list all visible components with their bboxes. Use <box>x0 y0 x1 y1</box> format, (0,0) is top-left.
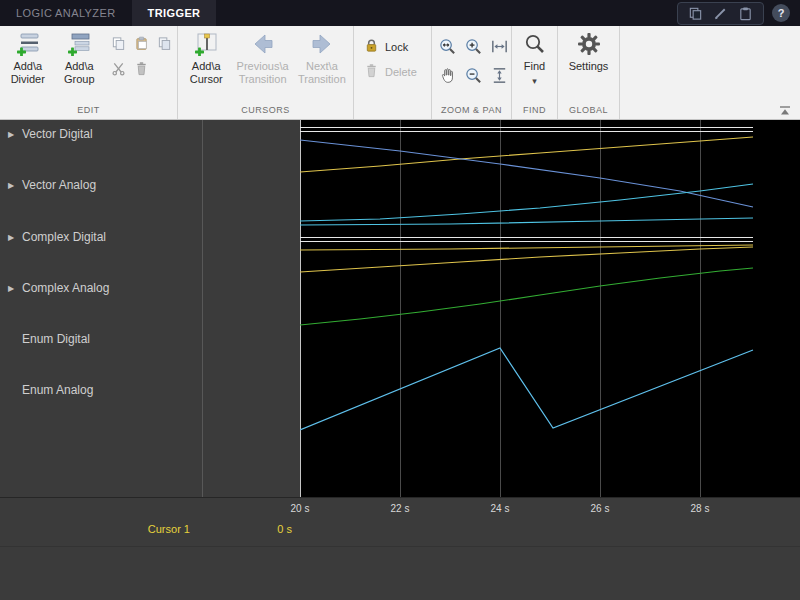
delete-button[interactable]: Delete <box>364 63 429 80</box>
cursor-table-divider <box>0 546 800 547</box>
button-label-line2: Transition <box>298 73 346 86</box>
fit-span-y-icon[interactable] <box>488 64 510 86</box>
channel-row-enum-digital[interactable]: Enum Digital <box>8 332 90 346</box>
trace-vector-analog-yellow <box>300 137 753 172</box>
time-axis-strip: 20 s 22 s 24 s 26 s 28 s Cursor 1 0 s <box>0 497 800 600</box>
expand-arrow-icon[interactable]: ▶ <box>8 233 17 242</box>
toolstrip-section-find: Find ▾ FIND <box>512 26 558 119</box>
add-cursor-icon <box>194 32 218 56</box>
section-label-global: GLOBAL <box>558 103 619 119</box>
expand-arrow-icon[interactable]: ▶ <box>8 284 17 293</box>
section-label-find: FIND <box>512 103 557 119</box>
channel-label: Enum Digital <box>22 332 90 346</box>
section-label-edit: EDIT <box>0 103 177 119</box>
button-label-line1: Add\a <box>13 60 42 73</box>
channel-row-complex-digital[interactable]: ▶Complex Digital <box>8 230 106 244</box>
trace-vector-analog-cyan <box>300 184 753 221</box>
add-group-button[interactable]: Add\a Group <box>54 26 106 86</box>
cursor-1-value[interactable]: 0 s <box>204 523 292 535</box>
collapse-toolstrip-icon[interactable] <box>778 103 792 115</box>
add-divider-button[interactable]: Add\a Divider <box>2 26 54 86</box>
toolstrip-section-cursors: Add\a Cursor Previous\a Transition Next\… <box>178 26 354 119</box>
find-button[interactable]: Find ▾ <box>514 26 555 88</box>
pencil-icon[interactable] <box>713 6 728 21</box>
time-tick: 26 s <box>591 503 610 514</box>
time-tick: 22 s <box>391 503 410 514</box>
tabbar-right: ? <box>677 0 800 26</box>
settings-label: Settings <box>569 60 609 73</box>
toolstrip-section-zoom-pan: ZOOM & PAN <box>432 26 512 119</box>
lock-label: Lock <box>385 41 408 53</box>
cursor-1-name[interactable]: Cursor 1 <box>0 523 190 535</box>
previous-transition-button[interactable]: Previous\a Transition <box>232 26 292 86</box>
button-label-line1: Previous\a <box>237 60 289 73</box>
channel-row-vector-digital[interactable]: ▶Vector Digital <box>8 127 93 141</box>
section-label-cursors: CURSORS <box>178 103 353 119</box>
settings-button[interactable]: Settings <box>560 26 617 73</box>
help-button[interactable]: ? <box>772 4 790 22</box>
channel-row-vector-analog[interactable]: ▶Vector Analog <box>8 178 96 192</box>
find-icon <box>523 32 547 56</box>
app-tab-bar: LOGIC ANALYZER TRIGGER ? <box>0 0 800 26</box>
toolstrip: Add\a Divider Add\a Group EDIT <box>0 26 800 120</box>
find-label: Find <box>524 60 545 73</box>
time-tick: 20 s <box>291 503 310 514</box>
delete-small-icon[interactable] <box>132 59 150 77</box>
waveform-plot[interactable] <box>300 120 800 497</box>
time-tick: 24 s <box>491 503 510 514</box>
section-label-zoom-pan: ZOOM & PAN <box>432 103 511 119</box>
trace-complex-analog-green <box>300 268 753 325</box>
duplicate-small-icon[interactable] <box>155 34 173 52</box>
help-label: ? <box>778 7 785 19</box>
settings-gear-icon <box>577 32 601 56</box>
cut-icon[interactable] <box>109 59 127 77</box>
button-label-line2: Divider <box>11 73 45 86</box>
trace-vector-analog-blue <box>300 140 753 207</box>
button-label-line2: Cursor <box>190 73 223 86</box>
channel-row-complex-analog[interactable]: ▶Complex Analog <box>8 281 109 295</box>
channel-label: Vector Analog <box>22 178 96 192</box>
section-label-empty <box>354 103 431 119</box>
trace-enum-analog-lightblue <box>300 348 753 430</box>
delete-label: Delete <box>385 66 417 78</box>
tab-label: TRIGGER <box>148 7 201 19</box>
find-dropdown-caret-icon[interactable]: ▾ <box>532 75 537 88</box>
button-label-line2: Transition <box>239 73 287 86</box>
channel-label: Complex Digital <box>22 230 106 244</box>
copy-icon[interactable] <box>688 6 703 21</box>
channel-label: Complex Analog <box>22 281 109 295</box>
lock-icon <box>364 38 379 55</box>
zoom-in-icon[interactable] <box>462 35 484 57</box>
tab-trigger[interactable]: TRIGGER <box>132 0 217 26</box>
channel-label: Vector Digital <box>22 127 93 141</box>
tab-logic-analyzer[interactable]: LOGIC ANALYZER <box>0 0 132 26</box>
quick-access-toolbar <box>677 2 764 25</box>
pan-hand-icon[interactable] <box>436 64 458 86</box>
clipboard-icon[interactable] <box>738 6 753 21</box>
expand-arrow-icon[interactable]: ▶ <box>8 181 17 190</box>
button-label-line1: Add\a <box>192 60 221 73</box>
add-group-icon <box>67 32 91 56</box>
waveform-canvas[interactable] <box>300 120 800 497</box>
toolstrip-section-lock-delete: Lock Delete <box>354 26 432 119</box>
next-transition-button[interactable]: Next\a Transition <box>293 26 351 86</box>
paste-small-icon[interactable] <box>132 34 150 52</box>
add-cursor-button[interactable]: Add\a Cursor <box>180 26 232 86</box>
channel-label: Enum Analog <box>22 383 93 397</box>
edit-small-buttons <box>109 34 173 77</box>
zoom-in-x-icon[interactable] <box>436 35 458 57</box>
channel-name-panel: ▶Vector Digital ▶Vector Analog ▶Complex … <box>0 120 300 497</box>
tab-label: LOGIC ANALYZER <box>16 7 116 19</box>
fit-span-x-icon[interactable] <box>488 35 510 57</box>
expand-arrow-icon[interactable]: ▶ <box>8 130 17 139</box>
copy-small-icon[interactable] <box>109 34 127 52</box>
waveform-area: ▶Vector Digital ▶Vector Analog ▶Complex … <box>0 120 800 600</box>
toolstrip-section-global: Settings GLOBAL <box>558 26 620 119</box>
zoom-out-icon[interactable] <box>462 64 484 86</box>
lock-button[interactable]: Lock <box>364 38 429 55</box>
channel-row-enum-analog[interactable]: Enum Analog <box>8 383 93 397</box>
next-arrow-icon <box>310 32 334 56</box>
trash-icon <box>364 63 379 80</box>
button-label-line1: Add\a <box>65 60 94 73</box>
toolstrip-section-edit: Add\a Divider Add\a Group EDIT <box>0 26 178 119</box>
